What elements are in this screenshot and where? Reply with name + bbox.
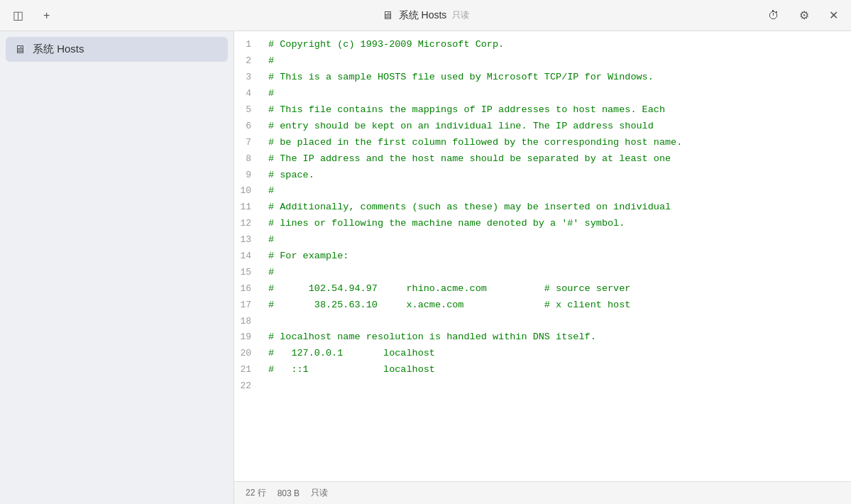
table-row: 3# This is a sample HOSTS file used by M… [234,70,851,86]
line-content: # Additionally, comments (such as these)… [263,199,851,216]
title-bar: ◫ + 🖥 系统 Hosts 只读 ⏱ ⚙ ✕ [0,0,851,31]
sidebar-icon: ◫ [13,9,23,22]
line-number: 8 [234,151,263,168]
add-icon: + [43,9,50,22]
close-icon: ✕ [829,9,838,22]
main-container: 🖥 系统 Hosts 1# Copyright (c) 1993-2009 Mi… [0,31,851,504]
line-number: 3 [234,70,263,86]
settings-icon: ⚙ [799,9,809,22]
settings-button[interactable]: ⚙ [795,6,813,25]
line-content: # 38.25.63.10 x.acme.com # x client host [263,297,851,314]
sidebar: 🖥 系统 Hosts [0,31,234,504]
line-count: 22 行 [246,487,266,499]
close-button[interactable]: ✕ [825,6,842,25]
table-row: 14# For example: [234,248,851,265]
line-number: 19 [234,329,263,346]
new-tab-button[interactable]: + [39,6,54,25]
line-number: 9 [234,168,263,184]
line-number: 15 [234,265,263,281]
status-bar: 22 行 803 B 只读 [234,481,851,504]
sidebar-item-label: 系统 Hosts [33,43,84,56]
line-number: 20 [234,346,263,362]
line-number: 13 [234,232,263,248]
line-number: 4 [234,86,263,102]
line-content: # [263,232,851,248]
line-content: # [263,183,851,199]
line-content [263,378,851,394]
table-row: 1# Copyright (c) 1993-2009 Microsoft Cor… [234,37,851,53]
line-content: # entry should be kept on an individual … [263,119,851,135]
line-content: # 127.0.0.1 localhost [263,346,851,362]
line-content: # [263,53,851,70]
line-content: # This file contains the mappings of IP … [263,102,851,119]
line-number: 1 [234,37,263,53]
file-icon: 🖥 [382,9,393,22]
table-row: 15# [234,265,851,281]
line-content: # space. [263,168,851,184]
edit-mode: 只读 [311,487,328,499]
line-number: 16 [234,281,263,297]
table-row: 8# The IP address and the host name shou… [234,151,851,168]
line-number: 17 [234,297,263,314]
line-content: # localhost name resolution is handled w… [263,329,851,346]
table-row: 17# 38.25.63.10 x.acme.com # x client ho… [234,297,851,314]
table-row: 11# Additionally, comments (such as thes… [234,199,851,216]
table-row: 6# entry should be kept on an individual… [234,119,851,135]
line-number: 10 [234,183,263,199]
line-content [263,314,851,329]
line-content: # ::1 localhost [263,362,851,378]
line-number: 2 [234,53,263,70]
sidebar-item-hosts[interactable]: 🖥 系统 Hosts [6,37,228,62]
line-number: 22 [234,378,263,394]
window-title: 系统 Hosts [399,9,447,22]
table-row: 13# [234,232,851,248]
editor-area: 1# Copyright (c) 1993-2009 Microsoft Cor… [234,31,851,504]
code-table: 1# Copyright (c) 1993-2009 Microsoft Cor… [234,37,851,394]
table-row: 16# 102.54.94.97 rhino.acme.com # source… [234,281,851,297]
line-number: 5 [234,102,263,119]
table-row: 2# [234,53,851,70]
table-row: 22 [234,378,851,394]
line-number: 14 [234,248,263,265]
history-button[interactable]: ⏱ [764,6,784,25]
line-content: # For example: [263,248,851,265]
title-bar-left: ◫ + [9,6,54,25]
table-row: 7# be placed in the first column followe… [234,135,851,151]
line-content: # [263,86,851,102]
line-content: # Copyright (c) 1993-2009 Microsoft Corp… [263,37,851,53]
line-number: 7 [234,135,263,151]
readonly-label: 只读 [452,9,469,21]
line-content: # 102.54.94.97 rhino.acme.com # source s… [263,281,851,297]
line-number: 6 [234,119,263,135]
line-content: # [263,265,851,281]
table-row: 19# localhost name resolution is handled… [234,329,851,346]
table-row: 10# [234,183,851,199]
table-row: 9# space. [234,168,851,184]
line-number: 12 [234,216,263,232]
title-bar-right: ⏱ ⚙ ✕ [764,6,842,25]
table-row: 18 [234,314,851,329]
line-number: 11 [234,199,263,216]
line-number: 21 [234,362,263,378]
table-row: 21# ::1 localhost [234,362,851,378]
line-content: # This is a sample HOSTS file used by Mi… [263,70,851,86]
history-icon: ⏱ [768,9,779,22]
table-row: 12# lines or following the machine name … [234,216,851,232]
editor-content[interactable]: 1# Copyright (c) 1993-2009 Microsoft Cor… [234,31,851,481]
line-number: 18 [234,314,263,329]
line-content: # The IP address and the host name shoul… [263,151,851,168]
table-row: 4# [234,86,851,102]
table-row: 20# 127.0.0.1 localhost [234,346,851,362]
sidebar-toggle-button[interactable]: ◫ [9,6,28,25]
file-size: 803 B [278,488,300,498]
sidebar-item-icon: 🖥 [14,43,26,56]
line-content: # be placed in the first column followed… [263,135,851,151]
table-row: 5# This file contains the mappings of IP… [234,102,851,119]
line-content: # lines or following the machine name de… [263,216,851,232]
title-bar-center: 🖥 系统 Hosts 只读 [382,9,470,22]
